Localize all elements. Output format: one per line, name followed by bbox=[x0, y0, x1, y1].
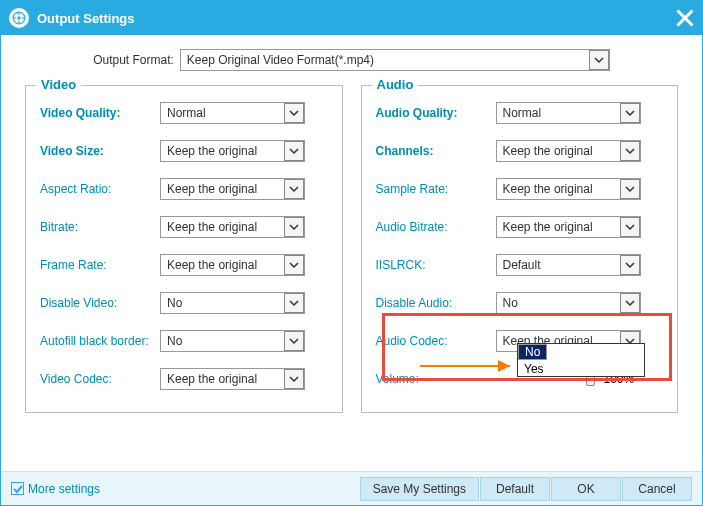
chevron-down-icon[interactable] bbox=[620, 179, 640, 199]
audio-bitrate-select[interactable]: Keep the original bbox=[496, 216, 641, 238]
video-codec-label: Video Codec: bbox=[40, 372, 160, 386]
video-size-label: Video Size: bbox=[40, 144, 160, 158]
chevron-down-icon[interactable] bbox=[620, 103, 640, 123]
output-format-label: Output Format: bbox=[93, 53, 174, 67]
aspect-ratio-label: Aspect Ratio: bbox=[40, 182, 160, 196]
audio-codec-label: Audio Codec: bbox=[376, 334, 496, 348]
chevron-down-icon[interactable] bbox=[284, 293, 304, 313]
channels-select[interactable]: Keep the original bbox=[496, 140, 641, 162]
volume-label: Volume: bbox=[376, 372, 496, 386]
chevron-down-icon[interactable] bbox=[620, 293, 640, 313]
iislrck-select[interactable]: Default bbox=[496, 254, 641, 276]
svg-point-1 bbox=[17, 16, 21, 20]
close-button[interactable] bbox=[676, 9, 694, 27]
audio-bitrate-label: Audio Bitrate: bbox=[376, 220, 496, 234]
chevron-down-icon[interactable] bbox=[620, 141, 640, 161]
disable-audio-label: Disable Audio: bbox=[376, 296, 496, 310]
save-settings-button[interactable]: Save My Settings bbox=[360, 477, 479, 501]
chevron-down-icon[interactable] bbox=[589, 50, 609, 70]
footer: More settings Save My Settings Default O… bbox=[1, 471, 702, 505]
autofill-border-label: Autofill black border: bbox=[40, 334, 160, 348]
dropdown-option-yes[interactable]: Yes bbox=[518, 360, 644, 376]
audio-legend: Audio bbox=[372, 77, 419, 92]
frame-rate-select[interactable]: Keep the original bbox=[160, 254, 305, 276]
frame-rate-label: Frame Rate: bbox=[40, 258, 160, 272]
ok-button[interactable]: OK bbox=[551, 477, 621, 501]
sample-rate-select[interactable]: Keep the original bbox=[496, 178, 641, 200]
video-bitrate-select[interactable]: Keep the original bbox=[160, 216, 305, 238]
video-quality-select[interactable]: Normal bbox=[160, 102, 305, 124]
video-bitrate-label: Bitrate: bbox=[40, 220, 160, 234]
more-settings-toggle[interactable]: More settings bbox=[11, 482, 100, 496]
video-quality-label: Video Quality: bbox=[40, 106, 160, 120]
more-settings-checkbox[interactable] bbox=[11, 482, 24, 495]
chevron-down-icon[interactable] bbox=[284, 179, 304, 199]
titlebar: Output Settings bbox=[1, 1, 702, 35]
cancel-button[interactable]: Cancel bbox=[622, 477, 692, 501]
audio-quality-label: Audio Quality: bbox=[376, 106, 496, 120]
disable-audio-dropdown[interactable]: No Yes bbox=[517, 343, 645, 377]
aspect-ratio-select[interactable]: Keep the original bbox=[160, 178, 305, 200]
sample-rate-label: Sample Rate: bbox=[376, 182, 496, 196]
disable-audio-select[interactable]: No bbox=[496, 292, 641, 314]
video-panel: Video Video Quality:Normal Video Size:Ke… bbox=[25, 85, 343, 413]
audio-quality-select[interactable]: Normal bbox=[496, 102, 641, 124]
chevron-down-icon[interactable] bbox=[284, 217, 304, 237]
disable-video-label: Disable Video: bbox=[40, 296, 160, 310]
chevron-down-icon[interactable] bbox=[284, 141, 304, 161]
volume-slider[interactable] bbox=[496, 378, 596, 381]
chevron-down-icon[interactable] bbox=[284, 255, 304, 275]
video-legend: Video bbox=[36, 77, 81, 92]
more-settings-label: More settings bbox=[28, 482, 100, 496]
video-size-select[interactable]: Keep the original bbox=[160, 140, 305, 162]
video-codec-select[interactable]: Keep the original bbox=[160, 368, 305, 390]
disable-video-select[interactable]: No bbox=[160, 292, 305, 314]
chevron-down-icon[interactable] bbox=[284, 103, 304, 123]
output-format-value: Keep Original Video Format(*.mp4) bbox=[181, 53, 380, 67]
chevron-down-icon[interactable] bbox=[284, 331, 304, 351]
default-button[interactable]: Default bbox=[480, 477, 550, 501]
iislrck-label: IISLRCK: bbox=[376, 258, 496, 272]
autofill-border-select[interactable]: No bbox=[160, 330, 305, 352]
chevron-down-icon[interactable] bbox=[620, 217, 640, 237]
chevron-down-icon[interactable] bbox=[620, 255, 640, 275]
channels-label: Channels: bbox=[376, 144, 496, 158]
output-settings-window: Output Settings Output Format: Keep Orig… bbox=[0, 0, 703, 506]
window-title: Output Settings bbox=[37, 11, 676, 26]
dropdown-option-no[interactable]: No bbox=[518, 344, 547, 360]
app-icon bbox=[9, 8, 29, 28]
output-format-select[interactable]: Keep Original Video Format(*.mp4) bbox=[180, 49, 610, 71]
chevron-down-icon[interactable] bbox=[284, 369, 304, 389]
